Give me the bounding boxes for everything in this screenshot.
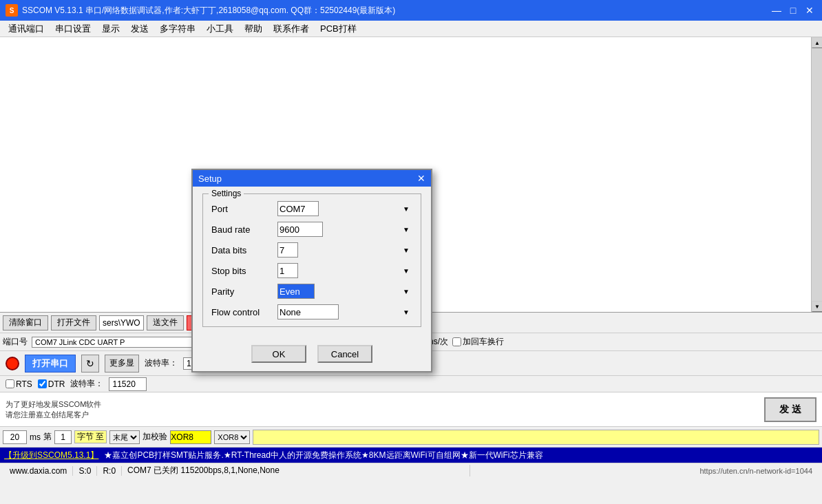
port-form-label: Port xyxy=(211,204,273,214)
settings-group-label: Settings xyxy=(209,189,244,198)
dialog-ok-button[interactable]: OK xyxy=(251,345,306,363)
port-select-wrapper: COM7 COM1 COM2 xyxy=(277,201,412,216)
parity-select[interactable]: Even None Odd xyxy=(277,284,315,299)
baudrate-select[interactable]: 9600 115200 57600 xyxy=(277,222,323,237)
databits-select[interactable]: 7 8 5 xyxy=(277,242,298,258)
baudrate-form-label: Baud rate xyxy=(211,224,273,235)
flowcontrol-select-wrapper: None XON/XOFF RTS/CTS xyxy=(277,304,412,319)
parity-row: Parity Even None Odd xyxy=(211,284,412,299)
parity-select-wrapper: Even None Odd xyxy=(277,284,412,299)
stopbits-select[interactable]: 1 2 xyxy=(277,263,298,278)
stopbits-row: Stop bits 1 2 xyxy=(211,263,412,278)
databits-row: Data bits 7 8 5 xyxy=(211,242,412,258)
dialog-cancel-button[interactable]: Cancel xyxy=(317,345,372,363)
baudrate-select-wrapper: 9600 115200 57600 xyxy=(277,222,412,237)
dialog-title: Setup xyxy=(198,174,222,184)
dialog-footer: OK Cancel xyxy=(193,341,431,371)
flowcontrol-select[interactable]: None XON/XOFF RTS/CTS xyxy=(277,304,339,319)
databits-form-label: Data bits xyxy=(211,245,273,255)
stopbits-form-label: Stop bits xyxy=(211,266,273,276)
port-row: Port COM7 COM1 COM2 xyxy=(211,201,412,216)
dialog-overlay: Setup ✕ Settings Port COM7 COM1 COM2 xyxy=(0,0,822,504)
databits-select-wrapper: 7 8 5 xyxy=(277,242,412,258)
dialog-body: Settings Port COM7 COM1 COM2 Baud rate xyxy=(193,187,431,341)
setup-dialog: Setup ✕ Settings Port COM7 COM1 COM2 xyxy=(191,169,432,372)
flowcontrol-row: Flow control None XON/XOFF RTS/CTS xyxy=(211,304,412,319)
dialog-close-button[interactable]: ✕ xyxy=(417,173,425,184)
baudrate-row: Baud rate 9600 115200 57600 xyxy=(211,222,412,237)
port-select[interactable]: COM7 COM1 COM2 xyxy=(277,201,319,216)
stopbits-select-wrapper: 1 2 xyxy=(277,263,412,278)
flowcontrol-form-label: Flow control xyxy=(211,307,273,317)
parity-form-label: Parity xyxy=(211,286,273,297)
dialog-titlebar: Setup ✕ xyxy=(193,170,431,187)
settings-group: Settings Port COM7 COM1 COM2 Baud rate xyxy=(202,193,421,327)
